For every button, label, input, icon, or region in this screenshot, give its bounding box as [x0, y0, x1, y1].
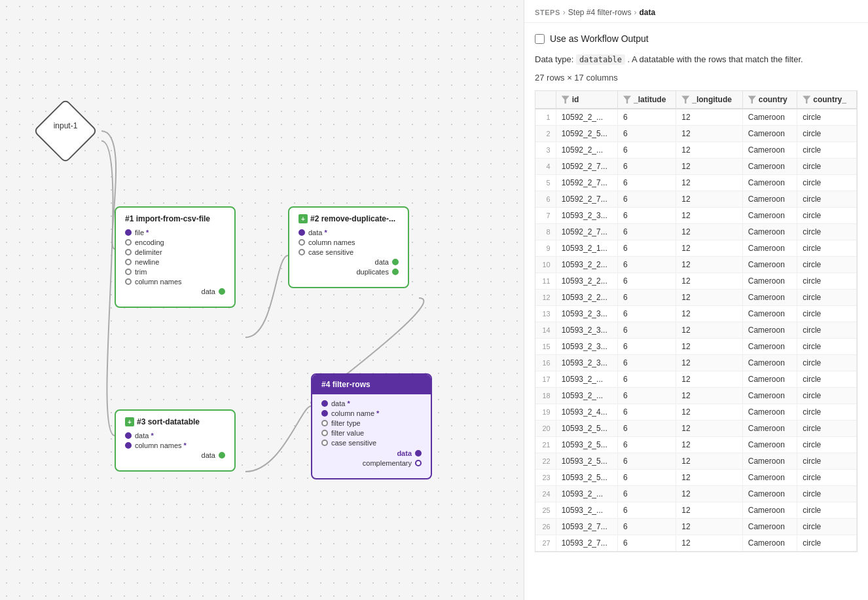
table-cell: circle [797, 141, 857, 158]
table-row: 1510593_2_3...612Camerooncircle [535, 338, 857, 354]
table-cell: circle [797, 174, 857, 191]
table-cell: 12 [676, 174, 743, 191]
table-row: 1010593_2_2...612Camerooncircle [535, 256, 857, 272]
table-cell: 6 [618, 403, 676, 420]
breadcrumb-steps[interactable]: STEPS [535, 9, 560, 16]
step4-title: #4 filter-rows [312, 375, 431, 394]
table-row: 1110593_2_2...612Camerooncircle [535, 272, 857, 289]
table-cell: circle [797, 207, 857, 223]
table-cell: 10593_2_5... [556, 436, 617, 453]
row-number: 26 [535, 518, 556, 534]
row-number: 12 [535, 289, 556, 305]
data-type-suffix: . A datatable with the rows that match t… [628, 54, 803, 64]
expand-icon[interactable]: + [298, 214, 308, 223]
table-cell: circle [797, 125, 857, 141]
row-number: 21 [535, 436, 556, 453]
table-cell: 10593_2_4... [556, 403, 617, 420]
row-number: 17 [535, 371, 556, 387]
table-header-row: id _latitude _longitude country country_ [535, 91, 857, 109]
breadcrumb-step[interactable]: Step #4 filter-rows [568, 8, 632, 17]
table-cell: 6 [618, 322, 676, 338]
table-row: 810592_2_7...612Camerooncircle [535, 223, 857, 240]
port-dot [321, 440, 328, 446]
col-header-lon[interactable]: _longitude [676, 91, 743, 109]
table-cell: Cameroon [742, 174, 797, 191]
table-cell: circle [797, 240, 857, 256]
step4-port-case: case sensitive [321, 439, 422, 447]
port-dot [321, 420, 328, 426]
table-cell: 10593_2_2... [556, 289, 617, 305]
port-dot [298, 249, 305, 255]
row-count: 27 rows × 17 columns [535, 73, 858, 83]
table-row: 1610593_2_3...612Camerooncircle [535, 354, 857, 371]
table-cell: 12 [676, 387, 743, 403]
port-dot [125, 278, 132, 285]
table-cell: 12 [676, 403, 743, 420]
step1-port-encoding: encoding [125, 238, 225, 246]
step4-port-filtertype: filter type [321, 419, 422, 427]
table-body: 110592_2_...612Camerooncircle210592_2_5.… [535, 109, 857, 552]
step4-port-data: data [321, 400, 422, 407]
sep2: › [634, 8, 637, 17]
step4-node[interactable]: #4 filter-rows data column name filter t… [311, 373, 432, 479]
table-cell: 6 [618, 534, 676, 551]
table-row: 110592_2_...612Camerooncircle [535, 109, 857, 126]
table-cell: 10593_2_... [556, 387, 617, 403]
step2-node[interactable]: + #2 remove-duplicate-... data column na… [288, 206, 409, 288]
row-number: 3 [535, 141, 556, 158]
row-number: 14 [535, 322, 556, 338]
table-cell: 6 [618, 436, 676, 453]
step3-output-data: data [125, 451, 225, 459]
step3-node[interactable]: + #3 sort-datatable data column names da… [115, 409, 236, 472]
col-header-id[interactable]: id [556, 91, 617, 109]
table-cell: 10592_2_... [556, 141, 617, 158]
table-cell: 10593_2_1... [556, 240, 617, 256]
table-cell: 12 [676, 141, 743, 158]
workflow-canvas[interactable]: input-1 #1 import-from-csv-file file enc… [0, 0, 524, 600]
row-number: 23 [535, 469, 556, 485]
breadcrumb-current: data [640, 8, 656, 17]
table-row: 210592_2_5...612Camerooncircle [535, 125, 857, 141]
table-cell: 10593_2_2... [556, 256, 617, 272]
port-dot [321, 400, 328, 407]
table-cell: Cameroon [742, 485, 797, 502]
table-cell: circle [797, 469, 857, 485]
table-cell: 10592_2_7... [556, 223, 617, 240]
table-cell: 12 [676, 322, 743, 338]
workflow-output-label[interactable]: Use as Workflow Output [550, 33, 649, 44]
data-type-prefix: Data type: [535, 54, 573, 64]
table-cell: Cameroon [742, 289, 797, 305]
table-cell: circle [797, 191, 857, 207]
step3-title: + #3 sort-datatable [125, 417, 225, 426]
input-node[interactable]: input-1 [36, 102, 95, 160]
table-cell: circle [797, 403, 857, 420]
col-header-country2[interactable]: country_ [797, 91, 857, 109]
table-row: 1810593_2_...612Camerooncircle [535, 387, 857, 403]
step4-port-colname: column name [321, 409, 422, 417]
table-cell: 12 [676, 502, 743, 518]
col-header-lat[interactable]: _latitude [618, 91, 676, 109]
table-cell: 12 [676, 534, 743, 551]
step1-node[interactable]: #1 import-from-csv-file file encoding de… [115, 206, 236, 308]
table-cell: 10593_2_5... [556, 453, 617, 469]
table-cell: 10593_2_3... [556, 354, 617, 371]
data-table[interactable]: id _latitude _longitude country country_… [535, 90, 858, 552]
table-cell: Cameroon [742, 403, 797, 420]
table-cell: Cameroon [742, 371, 797, 387]
table-cell: 12 [676, 256, 743, 272]
table-cell: circle [797, 109, 857, 126]
table-cell: 12 [676, 109, 743, 126]
table-cell: 10593_2_7... [556, 518, 617, 534]
workflow-output-checkbox[interactable] [535, 34, 545, 44]
table-cell: 10593_2_3... [556, 305, 617, 322]
row-number: 11 [535, 272, 556, 289]
table-cell: 12 [676, 158, 743, 174]
table-row: 2710593_2_7...612Camerooncircle [535, 534, 857, 551]
table-cell: Cameroon [742, 420, 797, 436]
expand-icon[interactable]: + [125, 417, 134, 426]
table-cell: 10593_2_3... [556, 338, 617, 354]
table-cell: Cameroon [742, 305, 797, 322]
table-cell: 6 [618, 174, 676, 191]
row-number: 22 [535, 453, 556, 469]
col-header-country[interactable]: country [742, 91, 797, 109]
